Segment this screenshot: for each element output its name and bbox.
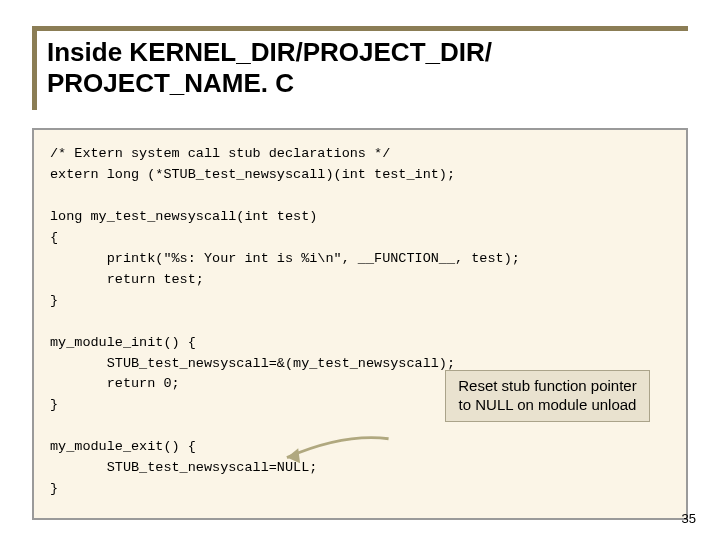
callout-text: Reset stub function pointer to NULL on m…: [458, 377, 636, 413]
arrow-icon: [275, 435, 393, 467]
title-line-2: PROJECT_NAME. C: [47, 68, 294, 98]
slide-title: Inside KERNEL_DIR/PROJECT_DIR/ PROJECT_N…: [47, 37, 680, 98]
title-container: Inside KERNEL_DIR/PROJECT_DIR/ PROJECT_N…: [32, 26, 688, 110]
callout-box: Reset stub function pointer to NULL on m…: [445, 370, 650, 422]
title-line-1: Inside KERNEL_DIR/PROJECT_DIR/: [47, 37, 492, 67]
page-number: 35: [682, 511, 696, 526]
slide: Inside KERNEL_DIR/PROJECT_DIR/ PROJECT_N…: [0, 0, 720, 540]
